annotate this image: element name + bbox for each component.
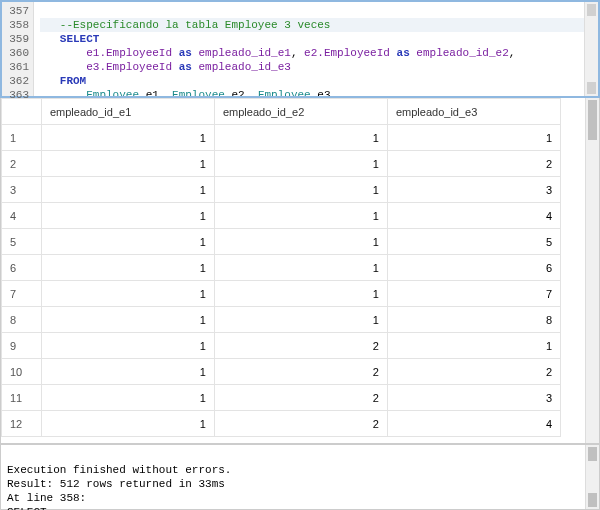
cell[interactable]: 2 bbox=[214, 411, 387, 437]
row-number: 2 bbox=[2, 151, 42, 177]
table-row[interactable]: 9121 bbox=[2, 333, 561, 359]
table-row[interactable]: 8118 bbox=[2, 307, 561, 333]
cell[interactable]: 1 bbox=[41, 385, 214, 411]
cell[interactable]: 1 bbox=[41, 125, 214, 151]
kw-as: as bbox=[179, 47, 192, 59]
cell[interactable]: 1 bbox=[214, 255, 387, 281]
cell[interactable]: 1 bbox=[214, 281, 387, 307]
results-scrollbar[interactable] bbox=[585, 98, 599, 443]
row-number: 11 bbox=[2, 385, 42, 411]
table-row[interactable]: 11123 bbox=[2, 385, 561, 411]
table-row[interactable]: 3113 bbox=[2, 177, 561, 203]
row-number: 3 bbox=[2, 177, 42, 203]
line-number: 360 bbox=[2, 46, 29, 60]
ident: e2.EmployeeId bbox=[304, 47, 390, 59]
cell[interactable]: 1 bbox=[41, 307, 214, 333]
log-scrollbar[interactable] bbox=[585, 445, 599, 509]
cell[interactable]: 1 bbox=[214, 125, 387, 151]
execution-log-pane[interactable]: Execution finished without errors. Resul… bbox=[0, 444, 600, 510]
cell[interactable]: 2 bbox=[214, 385, 387, 411]
log-line: SELECT bbox=[7, 506, 47, 510]
cell[interactable]: 1 bbox=[387, 125, 560, 151]
column-header[interactable]: empleado_id_e1 bbox=[41, 99, 214, 125]
cell[interactable]: 1 bbox=[41, 333, 214, 359]
cell[interactable]: 1 bbox=[41, 177, 214, 203]
kw-as: as bbox=[397, 47, 410, 59]
cell[interactable]: 1 bbox=[214, 151, 387, 177]
cell[interactable]: 5 bbox=[387, 229, 560, 255]
sql-code-area[interactable]: --Especificando la tabla Employee 3 vece… bbox=[34, 2, 598, 96]
log-line: At line 358: bbox=[7, 492, 86, 504]
table-row[interactable]: 10122 bbox=[2, 359, 561, 385]
kw-as: as bbox=[179, 61, 192, 73]
cell[interactable]: 1 bbox=[214, 229, 387, 255]
table-row[interactable]: 5115 bbox=[2, 229, 561, 255]
table-row[interactable]: 1111 bbox=[2, 125, 561, 151]
row-number: 10 bbox=[2, 359, 42, 385]
ident: e3.EmployeeId bbox=[86, 61, 172, 73]
cell[interactable]: 4 bbox=[387, 203, 560, 229]
line-number: 362 bbox=[2, 74, 29, 88]
ident: empleado_id_e1 bbox=[198, 47, 290, 59]
log-line: Execution finished without errors. bbox=[7, 464, 231, 476]
cell[interactable]: 8 bbox=[387, 307, 560, 333]
ident: empleado_id_e3 bbox=[198, 61, 290, 73]
row-number: 12 bbox=[2, 411, 42, 437]
table-row[interactable]: 7117 bbox=[2, 281, 561, 307]
kw-from: FROM bbox=[60, 75, 86, 87]
row-number: 9 bbox=[2, 333, 42, 359]
results-pane: empleado_id_e1 empleado_id_e2 empleado_i… bbox=[0, 98, 600, 444]
row-header-blank bbox=[2, 99, 42, 125]
cell[interactable]: 2 bbox=[214, 333, 387, 359]
cell[interactable]: 2 bbox=[387, 151, 560, 177]
line-number: 357 bbox=[2, 4, 29, 18]
cell[interactable]: 3 bbox=[387, 177, 560, 203]
row-number: 4 bbox=[2, 203, 42, 229]
cell[interactable]: 6 bbox=[387, 255, 560, 281]
cell[interactable]: 1 bbox=[214, 307, 387, 333]
cell[interactable]: 1 bbox=[41, 411, 214, 437]
cell[interactable]: 1 bbox=[387, 333, 560, 359]
row-number: 6 bbox=[2, 255, 42, 281]
cell[interactable]: 1 bbox=[41, 203, 214, 229]
line-number-gutter: 357 358 359 360 361 362 363 bbox=[2, 2, 34, 96]
row-number: 8 bbox=[2, 307, 42, 333]
results-table[interactable]: empleado_id_e1 empleado_id_e2 empleado_i… bbox=[1, 98, 561, 437]
table-name: Employee bbox=[258, 89, 311, 96]
cell[interactable]: 3 bbox=[387, 385, 560, 411]
cell[interactable]: 1 bbox=[41, 151, 214, 177]
line-number: 361 bbox=[2, 60, 29, 74]
log-line: Result: 512 rows returned in 33ms bbox=[7, 478, 225, 490]
cell[interactable]: 1 bbox=[41, 281, 214, 307]
column-header[interactable]: empleado_id_e3 bbox=[387, 99, 560, 125]
cell[interactable]: 1 bbox=[41, 359, 214, 385]
line-number: 358 bbox=[2, 18, 29, 32]
table-row[interactable]: 6116 bbox=[2, 255, 561, 281]
table-name: Employee bbox=[172, 89, 225, 96]
alias: e2 bbox=[231, 89, 244, 96]
kw-select: SELECT bbox=[60, 33, 100, 45]
table-row[interactable]: 12124 bbox=[2, 411, 561, 437]
ident: e1.EmployeeId bbox=[86, 47, 172, 59]
ident: empleado_id_e2 bbox=[416, 47, 508, 59]
column-header[interactable]: empleado_id_e2 bbox=[214, 99, 387, 125]
cell[interactable]: 1 bbox=[214, 203, 387, 229]
alias: e1 bbox=[146, 89, 159, 96]
table-row[interactable]: 4114 bbox=[2, 203, 561, 229]
sql-editor-pane[interactable]: 357 358 359 360 361 362 363 --Especifica… bbox=[0, 0, 600, 98]
table-name: Employee bbox=[86, 89, 139, 96]
alias: e3 bbox=[317, 89, 330, 96]
row-number: 7 bbox=[2, 281, 42, 307]
row-number: 1 bbox=[2, 125, 42, 151]
cell[interactable]: 1 bbox=[214, 177, 387, 203]
row-number: 5 bbox=[2, 229, 42, 255]
code-comment: --Especificando la tabla Employee 3 vece… bbox=[60, 19, 331, 31]
editor-scrollbar[interactable] bbox=[584, 2, 598, 96]
cell[interactable]: 4 bbox=[387, 411, 560, 437]
cell[interactable]: 1 bbox=[41, 229, 214, 255]
cell[interactable]: 7 bbox=[387, 281, 560, 307]
table-row[interactable]: 2112 bbox=[2, 151, 561, 177]
cell[interactable]: 2 bbox=[387, 359, 560, 385]
cell[interactable]: 1 bbox=[41, 255, 214, 281]
cell[interactable]: 2 bbox=[214, 359, 387, 385]
